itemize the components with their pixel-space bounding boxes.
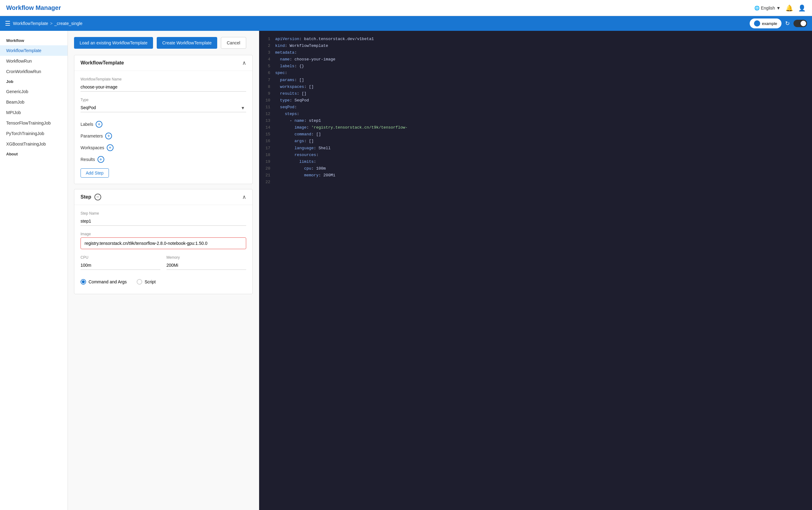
sidebar-item-mpijob[interactable]: MPIJob [0,107,67,118]
collapse-step-icon[interactable]: ∧ [242,193,246,201]
collapse-workflow-template-icon[interactable]: ∧ [242,60,246,66]
results-label: Results [81,157,95,162]
command-radio-group: Command and Args Script [81,276,246,288]
cpu-field: CPU [81,255,161,270]
sidebar-item-pytorchtrainingjob[interactable]: PyTorchTrainingJob [0,128,67,139]
workflow-template-card-body: WorkflowTemplate Name Type SeqPod ▼ [74,71,252,184]
step-card-header: Step − ∧ [74,189,252,205]
example-button[interactable]: example [750,19,781,28]
yaml-line-6: 6spec: [264,70,807,77]
sidebar-item-xgboosttrainingjob[interactable]: XGBoostTrainingJob [0,139,67,149]
yaml-line-16: 16 args: [] [264,138,807,145]
yaml-line-15: 15 command: [] [264,131,807,138]
step-card-body: Step Name Image CPU Memory [74,205,252,294]
image-label: Image [81,232,246,236]
workspaces-label: Workspaces [81,145,104,150]
hamburger-icon[interactable]: ☰ [5,20,10,27]
cpu-input[interactable] [81,261,161,270]
sidebar: Workflow WorkflowTemplate WorkflowRun Cr… [0,31,68,510]
type-label: Type [81,98,246,102]
breadcrumb: WorkflowTemplate > _create_single [13,21,82,26]
create-template-button[interactable]: Create WorkflowTemplate [157,37,217,49]
template-name-input[interactable] [81,83,246,92]
sidebar-section-workflow: Workflow [0,36,67,45]
language-label: English [761,5,775,10]
sidebar-item-cronworkflowrun[interactable]: CronWorkflowRun [0,66,67,77]
radio-command-args-circle [81,279,86,284]
example-label: example [762,21,777,26]
load-template-button[interactable]: Load an existing WorkflowTemplate [74,37,153,49]
add-step-button[interactable]: Add Step [81,168,109,178]
header-right: 🌐 English ▼ 🔔 👤 [754,4,806,12]
radio-script[interactable]: Script [137,279,156,284]
user-avatar-icon[interactable]: 👤 [798,4,806,12]
main-layout: Workflow WorkflowTemplate WorkflowRun Cr… [0,31,812,510]
workflow-template-card-title: WorkflowTemplate [81,60,124,66]
theme-toggle[interactable] [793,20,807,27]
sidebar-section-job: Job [0,77,67,86]
memory-field: Memory [167,255,246,270]
yaml-line-13: 13 - name: step1 [264,118,807,124]
form-panel: Load an existing WorkflowTemplate Create… [68,31,259,510]
step-card-title: Step [81,194,91,200]
yaml-line-19: 19 limits: [264,158,807,165]
step-name-label: Step Name [81,211,246,215]
type-field: Type SeqPod ▼ [81,98,246,112]
yaml-line-18: 18 resources: [264,152,807,158]
yaml-line-21: 21 memory: 200Mi [264,172,807,179]
nav-bar: ☰ WorkflowTemplate > _create_single exam… [0,16,812,31]
step-name-input[interactable] [81,217,246,226]
refresh-icon[interactable]: ↻ [785,20,790,27]
yaml-line-12: 12 steps: [264,111,807,118]
yaml-line-9: 9 results: [] [264,90,807,97]
breadcrumb-root[interactable]: WorkflowTemplate [13,21,48,26]
yaml-line-1: 1apiVersion: batch.tensorstack.dev/v1bet… [264,36,807,42]
yaml-line-14: 14 image: 'registry.tensorstack.cn/t9k/t… [264,124,807,131]
resource-row: CPU Memory [81,255,246,276]
cpu-label: CPU [81,255,161,260]
step-card: Step − ∧ Step Name Image [74,189,253,294]
remove-step-icon[interactable]: − [94,193,101,201]
yaml-line-22: 22 [264,179,807,186]
chevron-down-icon: ▼ [776,5,781,10]
yaml-line-2: 2kind: WorkflowTemplate [264,42,807,49]
sidebar-item-workflowtemplate[interactable]: WorkflowTemplate [0,45,67,56]
yaml-line-20: 20 cpu: 100m [264,165,807,172]
add-label-icon[interactable]: + [96,121,103,128]
sidebar-item-genericjob[interactable]: GenericJob [0,86,67,97]
memory-input[interactable] [167,261,246,270]
radio-command-args-label: Command and Args [89,279,127,284]
add-param-icon[interactable]: + [105,132,112,139]
sidebar-item-beamjob[interactable]: BeamJob [0,97,67,107]
translate-icon: 🌐 [754,5,759,10]
action-buttons: Load an existing WorkflowTemplate Create… [74,37,253,49]
example-avatar-icon [754,20,760,27]
yaml-line-10: 10 type: SeqPod [264,97,807,104]
sidebar-section-about: About [0,149,67,159]
radio-command-args[interactable]: Command and Args [81,279,127,284]
type-select-wrapper: SeqPod ▼ [81,103,246,112]
template-name-field: WorkflowTemplate Name [81,77,246,92]
image-field: Image [81,232,246,249]
yaml-line-4: 4 name: choose-your-image [264,56,807,63]
yaml-line-7: 7 params: [] [264,77,807,84]
sidebar-item-tensorflowtrainingjob[interactable]: TensorFlowTrainingJob [0,118,67,128]
app-title: Workflow Manager [6,4,61,11]
add-workspace-icon[interactable]: + [107,144,114,151]
language-selector[interactable]: 🌐 English ▼ [754,5,781,10]
breadcrumb-child: _create_single [54,21,82,26]
workflow-template-card: WorkflowTemplate ∧ WorkflowTemplate Name… [74,55,253,184]
nav-right: example ↻ [750,19,807,28]
memory-label: Memory [167,255,246,260]
step-name-field: Step Name [81,211,246,226]
type-select[interactable]: SeqPod [81,103,246,112]
yaml-line-11: 11 seqPod: [264,104,807,111]
image-input[interactable] [81,237,246,249]
notification-bell-icon[interactable]: 🔔 [785,4,793,12]
add-result-icon[interactable]: + [97,156,104,163]
cancel-button[interactable]: Cancel [221,37,246,49]
template-name-label: WorkflowTemplate Name [81,77,246,81]
sidebar-item-workflowrun[interactable]: WorkflowRun [0,56,67,66]
params-label: Parameters [81,133,103,139]
workspaces-row: Workspaces + [81,142,246,154]
